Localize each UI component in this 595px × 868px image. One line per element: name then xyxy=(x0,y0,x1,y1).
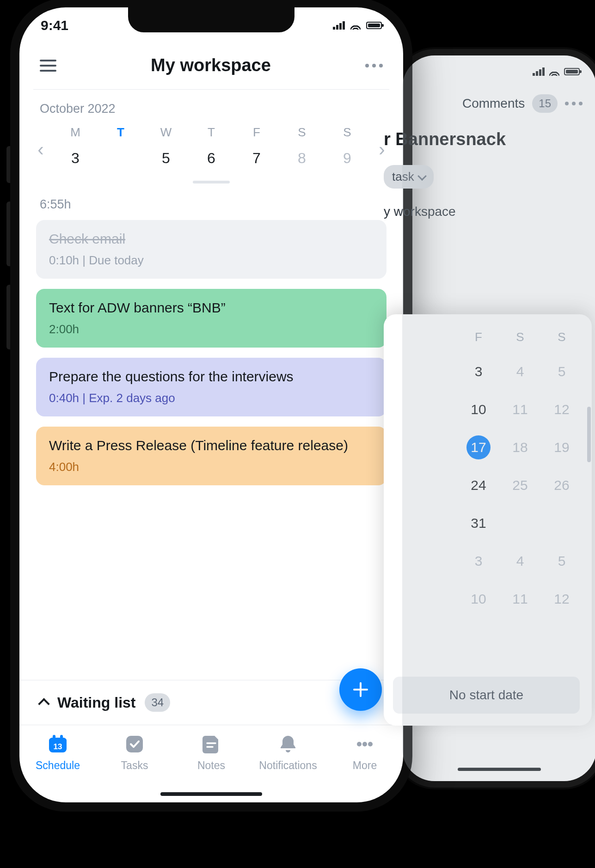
foreground-phone: 9:41 My workspace October 2022 ‹ MTWTFSS… xyxy=(10,0,412,812)
day-cell[interactable]: 3 xyxy=(458,353,499,391)
chevron-down-icon xyxy=(417,171,427,181)
svg-point-7 xyxy=(362,742,367,746)
day-cell[interactable]: 17 xyxy=(458,428,499,466)
weekday-label: F xyxy=(234,122,279,143)
chevron-up-icon xyxy=(38,698,49,709)
more-icon[interactable] xyxy=(365,64,383,67)
tab-notes[interactable]: Notes xyxy=(173,734,250,772)
tab-label: Notes xyxy=(197,759,225,772)
day-cell[interactable]: 5 xyxy=(541,353,583,391)
tab-more[interactable]: More xyxy=(326,734,403,772)
wifi-icon xyxy=(350,21,361,30)
waiting-list-count: 34 xyxy=(145,693,170,712)
day-cell[interactable]: 5 xyxy=(541,542,583,580)
day-cell[interactable]: 18 xyxy=(499,428,541,466)
day-cell xyxy=(499,504,541,542)
day-cell[interactable]: 9 xyxy=(325,143,370,177)
menu-icon[interactable] xyxy=(40,60,56,72)
weekday-label: F xyxy=(458,326,499,353)
tab-tasks[interactable]: Tasks xyxy=(96,734,173,772)
signal-icon xyxy=(333,21,345,30)
add-button[interactable] xyxy=(339,668,382,711)
side-button xyxy=(6,146,10,183)
weekday-label: M xyxy=(53,122,98,143)
volume-up-button xyxy=(6,202,10,266)
task-card[interactable]: Prepare the questions for the interviews… xyxy=(36,358,386,416)
task-title: Prepare the questions for the interviews xyxy=(49,369,374,385)
task-type-pill[interactable]: task xyxy=(384,165,434,189)
task-card[interactable]: Text for ADW banners “BNB”2:00h xyxy=(36,289,386,348)
day-cell[interactable]: 5 xyxy=(143,143,189,177)
task-title: Write a Press Release (Timeline feature … xyxy=(49,438,374,453)
check-icon xyxy=(123,734,146,755)
tab-label: Schedule xyxy=(36,759,80,772)
day-cell[interactable]: 4 xyxy=(499,353,541,391)
day-cell[interactable]: 26 xyxy=(541,466,583,504)
prev-week-button[interactable]: ‹ xyxy=(31,140,50,159)
page-title: My workspace xyxy=(151,55,271,75)
weekday-label: T xyxy=(189,122,234,143)
bell-icon xyxy=(277,734,299,755)
day-cell[interactable]: 12 xyxy=(541,391,583,428)
svg-rect-2 xyxy=(53,735,55,740)
no-start-date-button[interactable]: No start date xyxy=(393,677,580,714)
background-phone: Comments 15 r Bannersnack task y workspa… xyxy=(402,55,595,781)
day-cell[interactable]: 31 xyxy=(458,504,499,542)
weekday-label: T xyxy=(98,122,143,143)
task-card[interactable]: Write a Press Release (Timeline feature … xyxy=(36,427,386,485)
svg-text:13: 13 xyxy=(54,742,62,751)
tab-label: More xyxy=(353,759,377,772)
task-meta: 4:00h xyxy=(49,460,374,474)
calendar-icon: 13 xyxy=(47,734,69,755)
comments-label[interactable]: Comments xyxy=(462,96,525,111)
day-cell[interactable]: 4 xyxy=(98,143,143,177)
scrollbar[interactable] xyxy=(587,407,591,462)
svg-rect-5 xyxy=(126,736,143,752)
day-cell[interactable]: 24 xyxy=(458,466,499,504)
task-card[interactable]: Check email0:10h | Due today xyxy=(36,220,386,279)
dots-icon xyxy=(354,734,376,755)
tab-label: Tasks xyxy=(121,759,148,772)
weekday-label: S xyxy=(499,326,541,353)
svg-point-6 xyxy=(357,742,362,746)
weekday-label: S xyxy=(279,122,325,143)
task-title: Check email xyxy=(49,231,374,247)
tab-label: Notifications xyxy=(259,759,317,772)
day-cell[interactable]: 3 xyxy=(53,143,98,177)
day-cell[interactable]: 11 xyxy=(499,580,541,618)
tab-notifications[interactable]: Notifications xyxy=(250,734,326,772)
task-meta: 0:40h | Exp. 2 days ago xyxy=(49,391,374,405)
waiting-list-label: Waiting list xyxy=(57,694,135,711)
day-cell[interactable]: 4 xyxy=(499,542,541,580)
task-meta: 0:10h | Due today xyxy=(49,253,374,268)
weekday-label: S xyxy=(325,122,370,143)
weekday-label: S xyxy=(541,326,583,353)
day-cell[interactable]: 10 xyxy=(458,391,499,428)
day-cell[interactable]: 11 xyxy=(499,391,541,428)
tab-schedule[interactable]: 13Schedule xyxy=(19,734,96,772)
wifi-icon xyxy=(549,67,559,76)
home-indicator xyxy=(458,768,541,771)
volume-down-button xyxy=(6,285,10,349)
day-cell[interactable]: 8 xyxy=(279,143,325,177)
notch xyxy=(128,7,294,32)
note-icon xyxy=(200,734,222,755)
task-title: Text for ADW banners “BNB” xyxy=(49,300,374,316)
task-title: r Bannersnack xyxy=(384,113,595,149)
day-cell[interactable]: 7 xyxy=(234,143,279,177)
date-picker-sheet: FSS 34510111217181924252631345101112 No … xyxy=(384,314,592,726)
comments-count-badge: 15 xyxy=(532,94,558,113)
day-cell[interactable]: 6 xyxy=(189,143,234,177)
day-cell[interactable]: 25 xyxy=(499,466,541,504)
day-cell[interactable]: 10 xyxy=(458,580,499,618)
task-type-label: task xyxy=(392,170,414,184)
battery-icon xyxy=(564,68,580,75)
svg-rect-3 xyxy=(60,735,63,740)
day-cell[interactable]: 3 xyxy=(458,542,499,580)
task-meta: 2:00h xyxy=(49,322,374,336)
day-cell[interactable]: 19 xyxy=(541,428,583,466)
day-cell[interactable]: 12 xyxy=(541,580,583,618)
more-icon[interactable] xyxy=(565,102,583,105)
svg-point-8 xyxy=(368,742,373,746)
home-indicator xyxy=(160,792,262,796)
